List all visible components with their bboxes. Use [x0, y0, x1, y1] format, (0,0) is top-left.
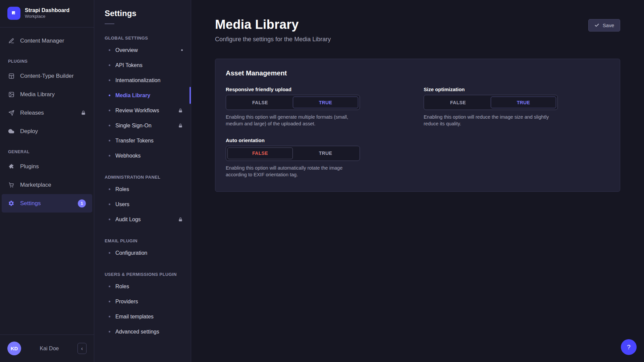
subnav-item-advanced-settings[interactable]: Advanced settings [94, 324, 191, 339]
toggle-option-false[interactable]: FALSE [425, 97, 491, 108]
bullet-icon [109, 95, 110, 96]
sidebar-item-label: Plugins [20, 163, 39, 170]
sidebar-item-label: Releases [20, 110, 44, 116]
toggle-option-false[interactable]: FALSE [227, 147, 293, 159]
user-row: KD Kai Doe ‹ [0, 335, 94, 362]
user-name: Kai Doe [40, 346, 59, 352]
toggle-option-true[interactable]: TRUE [293, 97, 358, 108]
user-avatar[interactable]: KD [7, 342, 21, 355]
subnav-item-label: Audit Logs [115, 217, 141, 223]
subnav-item-admin-roles[interactable]: Roles [94, 182, 191, 197]
sidebar-item-label: Media Library [20, 91, 55, 98]
sidebar-section-plugins: PLUGINS [2, 50, 92, 67]
lock-icon [178, 123, 183, 128]
bullet-icon [109, 316, 110, 317]
subnav-item-webhooks[interactable]: Webhooks [94, 148, 191, 163]
page-header: Media Library Configure the settings for… [215, 0, 620, 43]
subnav-item-label: Transfer Tokens [115, 138, 154, 144]
bullet-icon [109, 331, 110, 333]
subnav-item-email-configuration[interactable]: Configuration [94, 245, 191, 260]
subnav-item-single-sign-on[interactable]: Single Sign-On [94, 118, 191, 133]
question-mark-icon: ? [627, 344, 631, 351]
shopping-cart-icon [8, 182, 14, 188]
subnav-title: Settings [94, 9, 191, 18]
sidebar-item-label: Deploy [20, 128, 38, 135]
subnav-item-label: Review Workflows [115, 108, 159, 114]
toggle-option-true[interactable]: TRUE [293, 147, 358, 159]
sidebar-item-content-type-builder[interactable]: Content-Type Builder [2, 67, 92, 85]
layout-icon [8, 73, 14, 79]
lock-icon [178, 108, 183, 113]
image-icon [8, 92, 14, 98]
subnav-item-audit-logs[interactable]: Audit Logs [94, 212, 191, 227]
sidebar-collapse-button[interactable]: ‹ [77, 343, 87, 354]
field-hint: Enabling this option will automatically … [226, 165, 360, 178]
cloud-icon [8, 128, 14, 134]
settings-notification-badge: 1 [78, 199, 86, 207]
help-button[interactable]: ? [621, 339, 637, 355]
sidebar-item-media-library[interactable]: Media Library [2, 85, 92, 104]
page-subtitle: Configure the settings for the Media Lib… [215, 36, 331, 43]
lock-icon [81, 110, 86, 115]
save-button[interactable]: Save [588, 19, 620, 32]
sidebar-item-releases[interactable]: Releases [2, 104, 92, 122]
sidebar-item-label: Content Manager [20, 38, 64, 44]
subnav-item-media-library[interactable]: Media Library [94, 88, 191, 103]
workspace-switcher[interactable]: Strapi Dashboard Workplace [0, 0, 94, 27]
bullet-icon [109, 79, 110, 81]
sidebar-item-marketplace[interactable]: Marketplace [2, 176, 92, 194]
field-auto-orientation: Auto orientation FALSE TRUE Enabling thi… [226, 137, 360, 178]
sidebar-item-plugins[interactable]: Plugins [2, 157, 92, 176]
lock-icon [178, 217, 183, 222]
subnav-item-label: Overview [115, 47, 138, 53]
gear-icon [8, 200, 14, 206]
subnav-item-providers[interactable]: Providers [94, 294, 191, 309]
subnav-item-internationalization[interactable]: Internationalization [94, 73, 191, 88]
bullet-icon [109, 155, 110, 157]
field-hint: Enabling this option will generate multi… [226, 114, 360, 127]
bullet-icon [109, 188, 110, 190]
bullet-icon [109, 252, 110, 254]
subnav-group-email: EMAIL PLUGIN [94, 227, 191, 245]
pen-icon [8, 38, 14, 44]
subnav-item-label: Advanced settings [115, 329, 159, 335]
bullet-icon [109, 125, 110, 126]
field-label: Responsive friendly upload [226, 86, 360, 92]
subnav-item-review-workflows[interactable]: Review Workflows [94, 103, 191, 118]
bullet-icon [109, 49, 110, 51]
field-label: Size optimization [424, 86, 558, 92]
subnav-item-email-templates[interactable]: Email templates [94, 309, 191, 324]
bullet-icon [109, 140, 110, 141]
sidebar-item-settings[interactable]: Settings 1 [2, 194, 92, 213]
subnav-item-users[interactable]: Users [94, 197, 191, 212]
subnav-item-label: API Tokens [115, 62, 143, 68]
asset-management-card: Asset Management Responsive friendly upl… [215, 59, 620, 192]
subnav-item-label: Media Library [115, 93, 150, 99]
sidebar-item-content-manager[interactable]: Content Manager [2, 32, 92, 50]
sidebar-item-label: Content-Type Builder [20, 73, 74, 79]
responsive-friendly-upload-toggle: FALSE TRUE [226, 95, 360, 110]
subnav-item-overview[interactable]: Overview [94, 43, 191, 58]
toggle-option-false[interactable]: FALSE [227, 97, 293, 108]
subnav-item-label: Internationalization [115, 77, 160, 83]
chevron-left-icon: ‹ [81, 346, 83, 352]
bullet-icon [109, 301, 110, 302]
subnav-item-label: Roles [115, 186, 129, 192]
subnav-item-api-tokens[interactable]: API Tokens [94, 58, 191, 73]
subnav-item-label: Configuration [115, 250, 147, 256]
toggle-option-true[interactable]: TRUE [491, 97, 556, 108]
active-indicator [190, 87, 191, 104]
main-content: Media Library Configure the settings for… [191, 0, 644, 362]
size-optimization-toggle: FALSE TRUE [424, 95, 558, 110]
bullet-icon [109, 110, 110, 111]
sidebar-item-deploy[interactable]: Deploy [2, 122, 92, 140]
subnav-item-label: Providers [115, 299, 138, 305]
fields-grid: Responsive friendly upload FALSE TRUE En… [226, 86, 609, 178]
workspace-name: Workplace [25, 14, 69, 19]
subnav-item-transfer-tokens[interactable]: Transfer Tokens [94, 133, 191, 148]
bullet-icon [109, 64, 110, 66]
notification-dot-icon [181, 49, 183, 51]
check-icon [594, 23, 599, 28]
subnav-item-up-roles[interactable]: Roles [94, 279, 191, 294]
sidebar-section-general: GENERAL [2, 140, 92, 157]
